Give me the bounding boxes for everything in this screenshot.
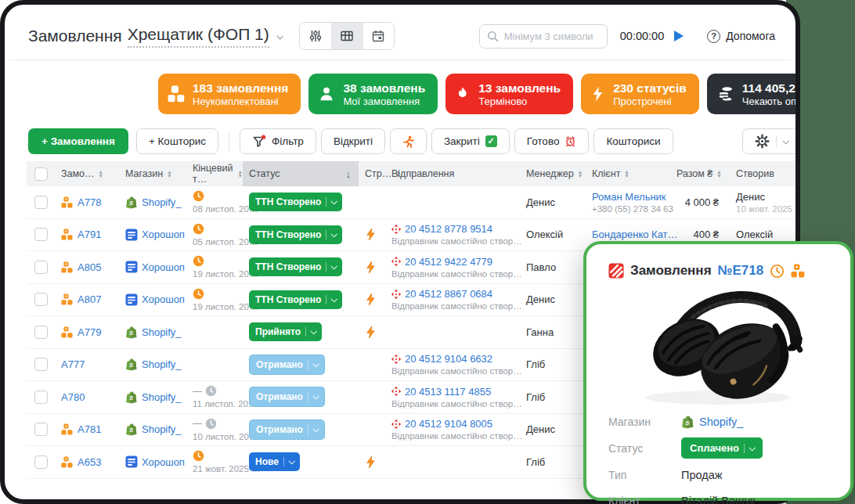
column-header[interactable]: Кінцевий т…▲▼ (186, 161, 243, 186)
status-badge[interactable]: Нове (249, 452, 300, 471)
table-header-row: Замо…▲▼Магазин▲▼Кінцевий т…▲▼Статус↓Стр…… (27, 161, 800, 186)
shop-link[interactable]: Хорошоп (142, 229, 185, 240)
stat-card[interactable]: 230 статусів Прострочені (581, 74, 699, 114)
status-badge[interactable]: Отримано (249, 387, 325, 407)
shipment-number-link[interactable]: 20 4512 9104 6632 (405, 353, 492, 365)
row-checkbox[interactable] (34, 196, 48, 209)
shipment-number-link[interactable]: 20 4512 9104 8005 (405, 418, 492, 430)
page-title-name[interactable]: Хрещатик (ФОП 1) (128, 25, 269, 48)
status-badge[interactable]: ТТН Створено (249, 290, 342, 309)
shop-link[interactable]: Shopify_ (142, 358, 182, 370)
alarm-clock-icon (565, 135, 576, 147)
order-id-link[interactable]: A807 (78, 293, 101, 305)
status-badge[interactable]: Отримано (249, 355, 325, 375)
status-label: ТТН Створено (255, 229, 321, 240)
row-checkbox[interactable] (34, 423, 48, 436)
status-badge[interactable]: Прийнято (249, 322, 322, 341)
shipment-note: Відправник самостійно створ… (391, 301, 520, 311)
chevron-down-icon[interactable] (276, 33, 283, 39)
row-checkbox[interactable] (34, 358, 48, 371)
row-checkbox[interactable] (34, 261, 48, 274)
stat-value: 114 405,20 ₴ (742, 81, 800, 95)
status-badge[interactable]: Отримано (249, 419, 325, 440)
status-badge[interactable]: ТТН Створено (249, 193, 342, 211)
runner-button[interactable] (390, 128, 427, 154)
add-order-button[interactable]: + Замовлення (28, 128, 128, 154)
view-table-button[interactable] (331, 23, 363, 49)
row-checkbox[interactable] (34, 455, 48, 469)
row-checkbox[interactable] (34, 326, 48, 339)
view-sliders-button[interactable] (300, 23, 331, 49)
column-header[interactable]: Разом ₴▲▼ (670, 161, 730, 186)
shop-link[interactable]: Shopify_ (142, 326, 182, 338)
stat-card[interactable]: 13 замовлень Терміново (446, 74, 573, 114)
closed-orders-button[interactable]: Закриті ✓ (431, 128, 510, 154)
chevron-down-icon[interactable] (782, 138, 788, 144)
play-icon[interactable] (674, 31, 684, 41)
shipment-number-link[interactable]: 20 4512 8778 9514 (405, 223, 492, 235)
calendar-view-icon (371, 29, 385, 43)
table-settings-button[interactable] (742, 128, 800, 154)
help-button[interactable]: ? Допомога (707, 30, 775, 43)
select-all-checkbox[interactable] (34, 167, 48, 181)
search-input[interactable] (504, 31, 598, 42)
stat-card[interactable]: 38 замовлень Мої замовлення (308, 74, 438, 114)
table-row[interactable]: A778 SShopify_ 08 листоп. 20… ТТН Створе… (27, 186, 800, 219)
add-estimate-button[interactable]: + Кошторис (136, 128, 218, 154)
row-checkbox[interactable] (34, 228, 48, 241)
order-id-link[interactable]: A805 (78, 261, 101, 273)
runner-icon (402, 135, 414, 148)
page-title[interactable]: Замовлення Хрещатик (ФОП 1) (28, 25, 282, 48)
column-header[interactable]: Статус↓ (243, 161, 359, 186)
manager-name: Денис (520, 423, 586, 435)
shop-link[interactable]: Shopify_ (142, 196, 182, 208)
estimates-button[interactable]: Кошториси (593, 128, 673, 154)
shop-link[interactable]: Хорошоп (142, 261, 185, 273)
status-badge[interactable]: Сплачено (681, 437, 763, 459)
status-badge[interactable]: ТТН Створено (249, 257, 342, 276)
search-icon (487, 31, 499, 42)
shop-link[interactable]: Shopify_ (142, 391, 182, 403)
stat-value: 183 замовлення (193, 81, 288, 95)
status-badge[interactable]: ТТН Створено (249, 225, 342, 244)
column-header[interactable]: Клієнт▲▼ (586, 161, 670, 186)
column-header[interactable]: Стр…▲▼ (359, 161, 385, 186)
order-id-link[interactable]: A653 (78, 456, 101, 468)
order-id-link[interactable]: A780 (61, 391, 85, 403)
order-id-link[interactable]: A778 (78, 196, 101, 208)
order-detail-card: Замовлення №Е718 (583, 241, 853, 501)
shipment-number-link[interactable]: 20 4512 9422 4779 (405, 256, 492, 268)
shop-link[interactable]: Хорошоп (142, 293, 185, 305)
ready-orders-button[interactable]: Готово (514, 128, 590, 154)
order-id-link[interactable]: A777 (61, 358, 85, 370)
order-id-link[interactable]: A779 (78, 326, 101, 338)
column-header[interactable]: Створив (730, 161, 800, 186)
shop-link[interactable]: Shopify_ (699, 416, 743, 428)
shop-link[interactable]: Хорошоп (142, 456, 185, 468)
filter-button[interactable]: Фільтр (240, 128, 316, 154)
shop-link[interactable]: Shopify_ (142, 423, 182, 435)
column-header[interactable]: Магазин▲▼ (119, 161, 186, 186)
column-header[interactable]: Менеджер▲▼ (520, 161, 586, 186)
nova-poshta-icon (391, 225, 401, 234)
order-id-link[interactable]: A791 (78, 229, 101, 240)
order-number-link[interactable]: №Е718 (718, 263, 764, 279)
shipment-number-link[interactable]: 20 4513 1117 4855 (405, 386, 491, 398)
shipment-number-link[interactable]: 20 4512 8867 0684 (405, 288, 492, 300)
order-id-link[interactable]: A781 (78, 423, 101, 435)
row-checkbox[interactable] (34, 293, 48, 306)
column-header[interactable]: Відправлення (385, 161, 520, 186)
manager-name: Гліб (520, 358, 586, 370)
column-label: Разом ₴ (676, 168, 712, 179)
row-checkbox[interactable] (34, 391, 48, 404)
deadline-date: 08 листоп. 20… (193, 204, 243, 214)
stat-card[interactable]: 114 405,20 ₴ Чекають оплату (707, 74, 800, 114)
column-header[interactable]: Замо…▲▼ (55, 161, 119, 186)
client-link[interactable]: Бондаренко Кат… (592, 229, 670, 240)
search-box[interactable] (479, 24, 608, 49)
client-link[interactable]: Роман Мельник (592, 191, 670, 203)
view-calendar-button[interactable] (363, 23, 394, 49)
open-orders-button[interactable]: Відкриті (321, 128, 385, 154)
shopify-icon: S (125, 423, 138, 436)
stat-card[interactable]: 183 замовлення Неукомплектовані (158, 74, 301, 114)
